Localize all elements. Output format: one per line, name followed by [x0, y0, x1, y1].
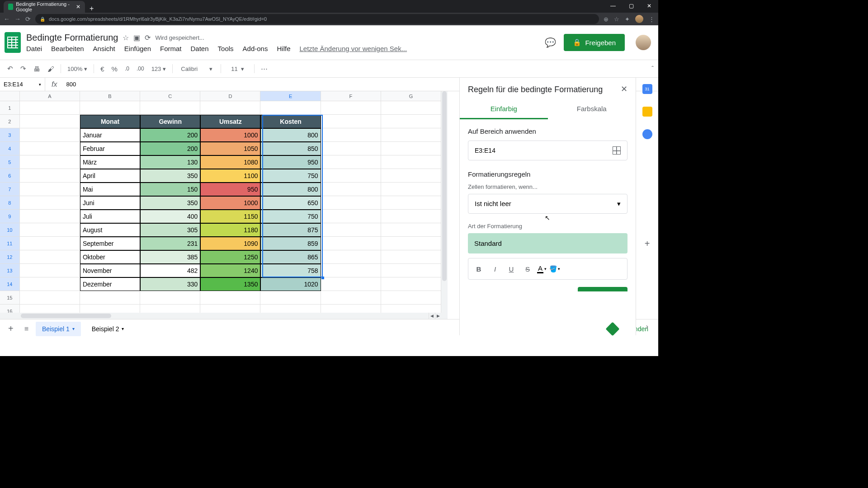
- redo-icon[interactable]: ↷: [18, 63, 29, 75]
- row-header-10[interactable]: 10: [0, 223, 20, 237]
- cell-B1[interactable]: [80, 101, 140, 115]
- cell-D11[interactable]: 1090: [200, 237, 260, 250]
- cell-G13[interactable]: [381, 264, 441, 277]
- cell-G14[interactable]: [381, 277, 441, 291]
- cell-B2[interactable]: Monat: [80, 115, 140, 128]
- menu-ansicht[interactable]: Ansicht: [93, 45, 115, 52]
- move-icon[interactable]: ▣: [133, 33, 140, 42]
- cell-D5[interactable]: 1080: [200, 155, 260, 169]
- cell-A3[interactable]: [20, 128, 80, 142]
- menu-hilfe[interactable]: Hilfe: [277, 45, 290, 52]
- cloud-status-icon[interactable]: ⟳: [145, 33, 151, 42]
- cell-A2[interactable]: [20, 115, 80, 128]
- column-header-A[interactable]: A: [20, 91, 80, 101]
- cell-E6[interactable]: 750: [260, 169, 321, 183]
- cell-C7[interactable]: 150: [140, 183, 200, 196]
- document-title[interactable]: Bedingte Formatierung: [26, 33, 118, 43]
- cell-F13[interactable]: [321, 264, 381, 277]
- row-header-3[interactable]: 3: [0, 128, 20, 142]
- cell-G8[interactable]: [381, 196, 441, 210]
- back-icon[interactable]: ←: [4, 15, 10, 23]
- cell-A7[interactable]: [20, 183, 80, 196]
- close-panel-icon[interactable]: ✕: [621, 84, 627, 94]
- cell-G11[interactable]: [381, 237, 441, 250]
- cell-A13[interactable]: [20, 264, 80, 277]
- bookmark-icon[interactable]: ☆: [614, 16, 619, 23]
- cell-G5[interactable]: [381, 155, 441, 169]
- close-tab-icon[interactable]: ✕: [76, 4, 80, 10]
- cell-A9[interactable]: [20, 210, 80, 223]
- chrome-menu-icon[interactable]: ⋮: [649, 16, 655, 23]
- calendar-icon[interactable]: [642, 84, 652, 94]
- cell-G12[interactable]: [381, 250, 441, 264]
- extensions-icon[interactable]: ✦: [625, 16, 630, 23]
- row-header-12[interactable]: 12: [0, 250, 20, 264]
- cell-A11[interactable]: [20, 237, 80, 250]
- horizontal-scrollbar[interactable]: [21, 314, 111, 318]
- zoom-select[interactable]: 100% ▾: [65, 66, 90, 72]
- percent-button[interactable]: %: [109, 63, 120, 75]
- cell-E10[interactable]: 875: [260, 223, 321, 237]
- column-header-B[interactable]: B: [80, 91, 140, 101]
- cell-E12[interactable]: 865: [260, 250, 321, 264]
- row-header-9[interactable]: 9: [0, 210, 20, 223]
- cell-E11[interactable]: 859: [260, 237, 321, 250]
- menu-daten[interactable]: Daten: [191, 45, 209, 52]
- cell-C13[interactable]: 482: [140, 264, 200, 277]
- cell-D8[interactable]: 1000: [200, 196, 260, 210]
- name-box[interactable]: E3:E14▾: [0, 78, 45, 91]
- cell-A14[interactable]: [20, 277, 80, 291]
- menu-datei[interactable]: Datei: [26, 45, 42, 52]
- scroll-left-icon[interactable]: ◀: [429, 313, 435, 319]
- cell-B9[interactable]: Juli: [80, 210, 140, 223]
- cell-G10[interactable]: [381, 223, 441, 237]
- font-select[interactable]: Calibri ▾: [176, 66, 217, 72]
- last-edit-link[interactable]: Letzte Änderung vor wenigen Sek...: [299, 45, 407, 52]
- cell-B14[interactable]: Dezember: [80, 277, 140, 291]
- cell-A10[interactable]: [20, 223, 80, 237]
- cell-C12[interactable]: 385: [140, 250, 200, 264]
- sheet-tab-1[interactable]: Beispiel 1▾: [36, 322, 81, 336]
- cell-D14[interactable]: 1350: [200, 277, 260, 291]
- done-button[interactable]: [578, 287, 627, 291]
- cell-F2[interactable]: [321, 115, 381, 128]
- scroll-right-icon[interactable]: ▶: [435, 313, 441, 319]
- tab-single-color[interactable]: Einfarbig: [460, 99, 548, 119]
- cell-G6[interactable]: [381, 169, 441, 183]
- cell-A12[interactable]: [20, 250, 80, 264]
- collapse-rail-icon[interactable]: ›: [646, 323, 648, 331]
- cell-A5[interactable]: [20, 155, 80, 169]
- cell-D1[interactable]: [200, 101, 260, 115]
- cell-D6[interactable]: 1100: [200, 169, 260, 183]
- tab-color-scale[interactable]: Farbskala: [548, 99, 636, 119]
- browser-tab[interactable]: Bedingte Formatierung - Google ✕: [4, 1, 85, 13]
- cell-G9[interactable]: [381, 210, 441, 223]
- increase-decimals-button[interactable]: .00: [134, 64, 147, 74]
- number-format-select[interactable]: 123 ▾: [149, 66, 169, 72]
- cell-A1[interactable]: [20, 101, 80, 115]
- cell-C14[interactable]: 330: [140, 277, 200, 291]
- cell-A15[interactable]: [20, 291, 80, 305]
- cell-E1[interactable]: [260, 101, 321, 115]
- column-header-C[interactable]: C: [140, 91, 200, 101]
- undo-icon[interactable]: ↶: [5, 63, 16, 75]
- collapse-toolbar-icon[interactable]: ˆ: [651, 65, 654, 72]
- condition-select[interactable]: Ist nicht leer▾: [468, 194, 627, 214]
- close-window-icon[interactable]: ✕: [640, 0, 658, 12]
- tasks-icon[interactable]: [642, 129, 652, 139]
- cell-C11[interactable]: 231: [140, 237, 200, 250]
- cell-F7[interactable]: [321, 183, 381, 196]
- cell-C15[interactable]: [140, 291, 200, 305]
- minimize-icon[interactable]: ―: [604, 0, 622, 12]
- select-all-corner[interactable]: [0, 91, 20, 101]
- cell-F8[interactable]: [321, 196, 381, 210]
- row-header-13[interactable]: 13: [0, 264, 20, 277]
- cell-B7[interactable]: Mai: [80, 183, 140, 196]
- cell-F12[interactable]: [321, 250, 381, 264]
- row-header-5[interactable]: 5: [0, 155, 20, 169]
- cell-F11[interactable]: [321, 237, 381, 250]
- paint-format-icon[interactable]: 🖌: [45, 63, 57, 75]
- row-header-14[interactable]: 14: [0, 277, 20, 291]
- cell-G3[interactable]: [381, 128, 441, 142]
- cell-B8[interactable]: Juni: [80, 196, 140, 210]
